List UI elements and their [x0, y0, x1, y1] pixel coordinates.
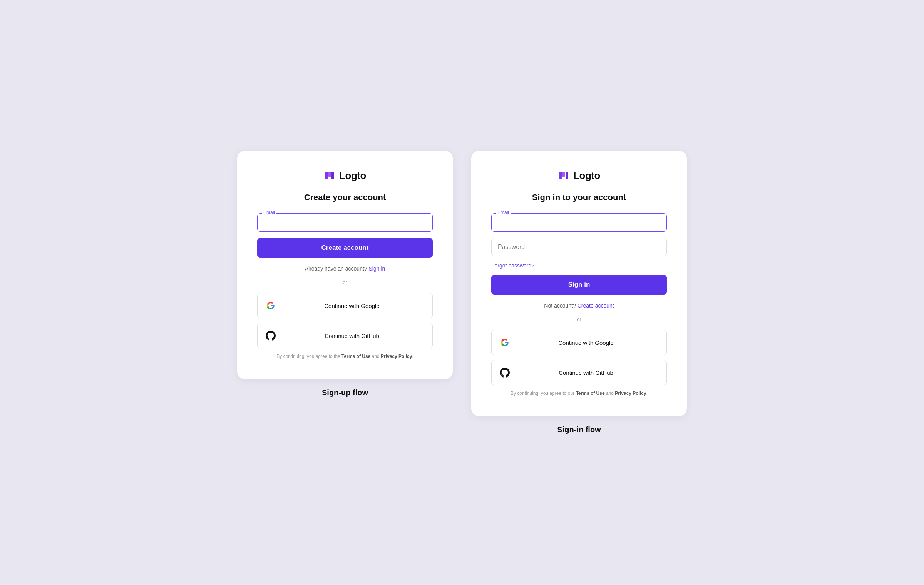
- signin-privacy-link[interactable]: Privacy Policy: [615, 391, 646, 396]
- svg-rect-2: [328, 172, 331, 177]
- forgot-password-link[interactable]: Forgot password?: [491, 262, 667, 269]
- signin-divider-line-right: [586, 319, 667, 319]
- signup-google-label: Continue with Google: [278, 303, 426, 309]
- signup-signin-link[interactable]: Sign in: [368, 266, 385, 272]
- signin-password-input[interactable]: [491, 238, 667, 256]
- signin-google-icon: [498, 336, 512, 349]
- signup-github-label: Continue with GitHub: [278, 333, 426, 339]
- logto-logo-icon: [324, 169, 336, 182]
- signin-google-label: Continue with Google: [512, 339, 660, 346]
- signin-card: Logto Sign in to your account Email Forg…: [471, 151, 687, 416]
- signup-title: Create your account: [257, 192, 433, 202]
- signin-email-group: Email: [491, 213, 667, 232]
- signup-logo-text: Logto: [339, 170, 366, 182]
- signup-have-account-text: Already have an account?: [305, 266, 367, 272]
- signin-create-link[interactable]: Create account: [578, 303, 614, 309]
- signin-title: Sign in to your account: [491, 192, 667, 202]
- google-icon: [264, 299, 278, 313]
- signin-github-label: Continue with GitHub: [512, 369, 660, 376]
- flows-container: Logto Create your account Email Create a…: [192, 151, 732, 434]
- svg-rect-1: [325, 172, 328, 179]
- svg-rect-7: [566, 172, 568, 179]
- signup-privacy-link[interactable]: Privacy Policy: [381, 354, 412, 359]
- signin-logo-text: Logto: [573, 170, 600, 182]
- signin-no-account: Not account? Create account: [491, 303, 667, 309]
- signin-logto-logo-icon: [558, 169, 570, 182]
- svg-rect-5: [559, 172, 562, 179]
- signin-terms-link[interactable]: Terms of Use: [576, 391, 604, 396]
- signup-github-button[interactable]: Continue with GitHub: [257, 323, 433, 348]
- signin-password-group: [491, 238, 667, 256]
- signin-divider-line-left: [491, 319, 572, 319]
- signup-google-button[interactable]: Continue with Google: [257, 293, 433, 318]
- signin-email-input[interactable]: [491, 213, 667, 232]
- signup-have-account: Already have an account? Sign in: [257, 266, 433, 272]
- signup-divider-text: or: [343, 279, 347, 285]
- signup-terms: By continuing, you agree to the Terms of…: [257, 353, 433, 360]
- signin-divider: or: [491, 316, 667, 322]
- signup-divider: or: [257, 279, 433, 285]
- signin-google-button[interactable]: Continue with Google: [491, 330, 667, 355]
- signup-email-input[interactable]: [257, 213, 433, 232]
- signup-card: Logto Create your account Email Create a…: [237, 151, 453, 379]
- signin-github-icon: [498, 366, 512, 379]
- signin-terms: By continuing, you agree to our Terms of…: [491, 390, 667, 397]
- signin-button[interactable]: Sign in: [491, 275, 667, 295]
- signup-create-button[interactable]: Create account: [257, 238, 433, 258]
- signin-divider-text: or: [577, 316, 581, 322]
- signin-email-label: Email: [496, 210, 511, 215]
- signin-flow-label: Sign-in flow: [557, 425, 601, 434]
- signup-email-label: Email: [262, 210, 276, 215]
- svg-rect-3: [331, 172, 334, 179]
- signup-divider-line-left: [257, 282, 338, 282]
- signup-terms-link[interactable]: Terms of Use: [341, 354, 370, 359]
- signup-logo: Logto: [257, 169, 433, 182]
- signin-github-button[interactable]: Continue with GitHub: [491, 360, 667, 385]
- signin-no-account-text: Not account?: [544, 303, 576, 309]
- signin-logo: Logto: [491, 169, 667, 182]
- signin-flow-wrapper: Logto Sign in to your account Email Forg…: [471, 151, 687, 434]
- signup-divider-line-right: [352, 282, 433, 282]
- github-icon: [264, 329, 278, 343]
- signup-email-group: Email: [257, 213, 433, 232]
- signup-flow-label: Sign-up flow: [322, 388, 368, 397]
- svg-rect-6: [562, 172, 565, 177]
- signup-flow-wrapper: Logto Create your account Email Create a…: [237, 151, 453, 397]
